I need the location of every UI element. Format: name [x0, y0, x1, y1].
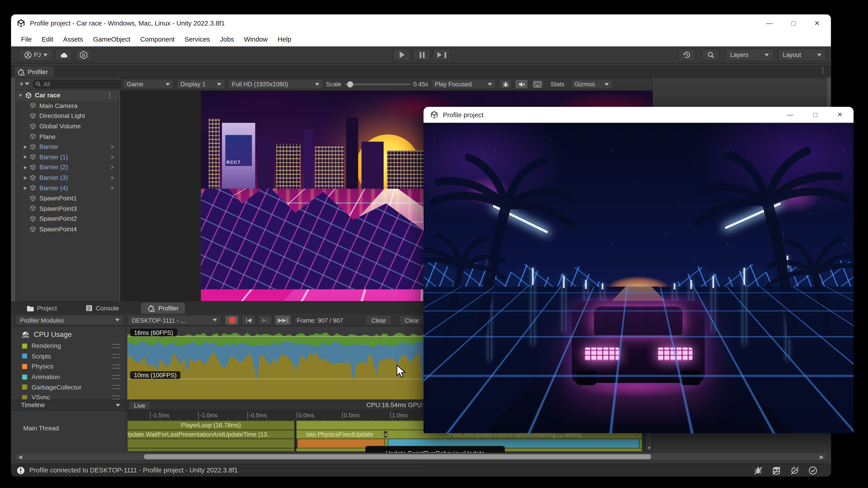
debug-button[interactable]	[499, 79, 513, 89]
expand-arrow-icon[interactable]: ▶	[24, 144, 29, 149]
close-icon[interactable]: ✕	[837, 111, 843, 118]
record-button[interactable]	[225, 315, 239, 325]
slider-knob[interactable]	[347, 81, 353, 87]
hierarchy-item[interactable]: ▶ Global Volume >	[16, 121, 119, 131]
undo-history-button[interactable]	[678, 49, 696, 61]
close-icon[interactable]: ✕	[814, 20, 820, 26]
drag-handle-icon[interactable]	[112, 385, 120, 389]
profiler-target-dropdown[interactable]: DESKTOP-1111 - ...	[127, 315, 221, 325]
layout-dropdown[interactable]: Layout	[778, 49, 827, 61]
hierarchy-item[interactable]: ▶ Barrier (1) >	[16, 152, 119, 162]
hierarchy-item[interactable]: ▶ Barrier (3) >	[16, 172, 119, 183]
legend-row[interactable]: Physics	[16, 361, 126, 372]
hierarchy-item[interactable]: ▶ Barrier (2) >	[16, 162, 119, 173]
debugger-disabled-icon[interactable]	[753, 466, 763, 475]
expand-arrow-icon[interactable]: ▶	[24, 175, 29, 180]
menu-item[interactable]: File	[17, 33, 36, 44]
timeline-view-dropdown[interactable]: Timeline	[16, 400, 126, 410]
legend-row[interactable]: Scripts	[16, 351, 126, 361]
auto-refresh-disabled-icon[interactable]	[790, 466, 800, 475]
scene-row[interactable]: ▼ Car race ⋮	[16, 90, 119, 101]
add-gameobject-button[interactable]: +	[18, 80, 30, 88]
timeline-bar-left-3[interactable]	[127, 439, 294, 448]
timeline-bar-partial-left[interactable]	[127, 448, 294, 451]
tab-project[interactable]: Project	[20, 303, 64, 314]
minimize-icon[interactable]: —	[766, 20, 773, 26]
legend-row[interactable]: VSync	[16, 392, 126, 399]
hierarchy-item[interactable]: ▶ SpawnPoint3 >	[16, 203, 119, 214]
tab-profiler-window[interactable]: Profiler	[14, 66, 55, 77]
version-control-button[interactable]: D	[75, 49, 92, 61]
play-button[interactable]	[393, 49, 411, 61]
profiler-modules-dropdown[interactable]: Profiler Modules	[16, 315, 124, 325]
hierarchy-item[interactable]: ▶ SpawnPoint2 >	[16, 214, 119, 224]
drag-handle-icon[interactable]	[112, 354, 120, 358]
cloud-button[interactable]	[55, 49, 72, 61]
drag-handle-icon[interactable]	[112, 344, 120, 348]
timeline-bar-wait-for-present[interactable]: Update.WaitForLastPresentationAndUpdateT…	[127, 430, 294, 439]
menu-item[interactable]: Services	[180, 33, 215, 44]
main-thread-label[interactable]: Main Thread	[23, 425, 59, 431]
clear-button[interactable]: Clear	[365, 315, 392, 325]
timeline-bar-playerloop[interactable]: PlayerLoop (16.78ms)	[127, 420, 294, 429]
account-button[interactable]: PJ	[19, 49, 53, 61]
prefab-chevron-icon[interactable]: >	[111, 164, 114, 170]
scroll-down-icon[interactable]: ▼	[647, 445, 651, 450]
legend-row[interactable]: Animation	[16, 372, 126, 382]
gizmos-dropdown[interactable]: Gizmos	[570, 79, 613, 89]
prefab-chevron-icon[interactable]: >	[111, 185, 114, 191]
maximize-icon[interactable]: □	[792, 20, 796, 26]
cpu-usage-header[interactable]: CPU CPU Usage	[16, 326, 126, 341]
menu-item[interactable]: Jobs	[216, 33, 239, 44]
prefab-chevron-icon[interactable]: >	[111, 143, 114, 150]
drag-handle-icon[interactable]	[112, 395, 120, 399]
hierarchy-item[interactable]: ▶ Plane >	[16, 131, 119, 142]
menu-item[interactable]: Window	[240, 33, 272, 44]
next-frame-button[interactable]: ▶|	[258, 315, 272, 325]
expand-arrow-icon[interactable]: ▶	[24, 186, 29, 191]
drag-handle-icon[interactable]	[112, 365, 120, 368]
current-frame-button[interactable]: ▶▶|	[275, 315, 291, 325]
menu-item[interactable]: Help	[273, 33, 296, 44]
layers-dropdown[interactable]: Layers	[725, 49, 774, 61]
stats-button[interactable]: Stats	[547, 81, 568, 88]
compile-check-icon[interactable]	[808, 466, 818, 475]
game-tab-dropdown[interactable]: Game	[123, 79, 174, 89]
drag-handle-icon[interactable]	[112, 375, 120, 379]
live-button[interactable]: Live	[129, 401, 150, 410]
scroll-right-icon[interactable]: ▶	[817, 454, 826, 459]
status-message[interactable]: Profile connected to DESKTOP-1111 - Prof…	[29, 466, 749, 474]
expand-arrow-icon[interactable]: ▼	[18, 93, 25, 98]
play-focused-dropdown[interactable]: Play Focused	[431, 79, 496, 89]
hierarchy-item[interactable]: ▶ Main Camera >	[16, 101, 119, 111]
tab-console[interactable]: Console	[79, 303, 126, 314]
scrollbar-thumb[interactable]	[144, 454, 651, 459]
hierarchy-item[interactable]: ▶ Barrier >	[16, 142, 119, 152]
menu-item[interactable]: GameObject	[89, 33, 135, 44]
step-button[interactable]	[433, 49, 451, 61]
hierarchy-search-field[interactable]	[32, 79, 130, 88]
kebab-menu-icon[interactable]: ⋮	[106, 92, 113, 99]
menu-item[interactable]: Component	[136, 33, 179, 44]
cache-disabled-icon[interactable]	[772, 466, 781, 475]
built-game-viewport[interactable]	[423, 123, 854, 433]
timeline-bar-sliver-green-2[interactable]	[640, 439, 642, 448]
resolution-dropdown[interactable]: Full HD (1920x1080)	[228, 79, 323, 89]
mute-audio-button[interactable]	[515, 79, 528, 89]
prefab-chevron-icon[interactable]: >	[111, 154, 114, 160]
display-dropdown[interactable]: Display 1	[177, 79, 225, 89]
clear-on-play-button[interactable]: Clear	[399, 315, 425, 325]
minimize-icon[interactable]: —	[787, 111, 794, 118]
previous-frame-button[interactable]: |◀	[241, 315, 256, 325]
hierarchy-item[interactable]: ▶ SpawnPoint4 >	[16, 224, 119, 234]
overlay-title-bar[interactable]: Profile project — □ ✕	[423, 107, 854, 123]
menu-item[interactable]: Assets	[59, 33, 88, 44]
prefab-chevron-icon[interactable]: >	[111, 174, 114, 181]
kebab-menu-icon[interactable]: ⋮	[819, 66, 827, 75]
scale-slider[interactable]	[345, 84, 410, 85]
legend-row[interactable]: Rendering	[16, 341, 126, 351]
expand-arrow-icon[interactable]: ▶	[24, 165, 29, 170]
timeline-horizontal-scrollbar[interactable]: ◀ ▶	[16, 453, 827, 461]
search-input[interactable]	[42, 80, 119, 88]
scroll-left-icon[interactable]: ◀	[16, 454, 24, 459]
